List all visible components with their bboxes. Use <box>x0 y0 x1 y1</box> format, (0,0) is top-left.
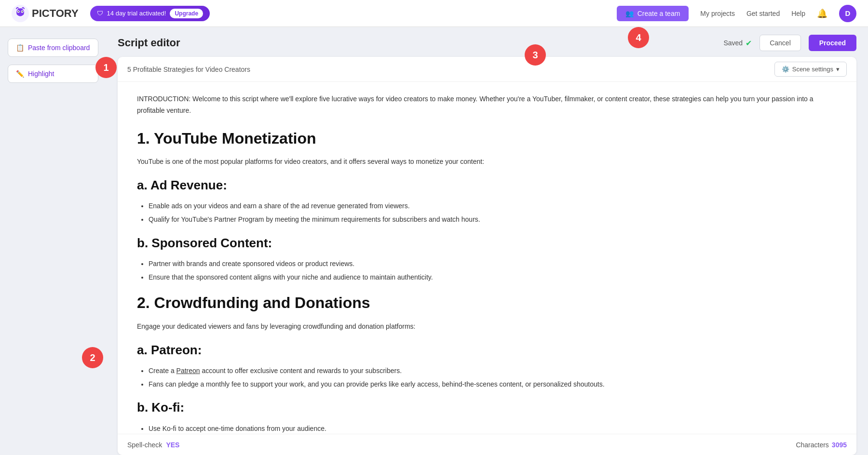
cancel-button[interactable]: Cancel <box>760 35 801 51</box>
sidebar: 📋 Paste from clipboard ✏️ Highlight <box>0 27 106 455</box>
list-item: Enable ads on your videos and earn a sha… <box>149 201 837 212</box>
bullet-list-ad-revenue: Enable ads on your videos and earn a sha… <box>149 201 837 226</box>
svg-point-5 <box>22 11 23 12</box>
list-item: Qualify for YouTube's Partner Program by… <box>149 214 837 226</box>
team-icon: 👥 <box>625 10 634 17</box>
proceed-button[interactable]: Proceed <box>809 35 856 51</box>
trial-text: 14 day trial activated! <box>107 10 166 17</box>
bullet-list-sponsored: Partner with brands and create sponsored… <box>149 258 837 283</box>
intro-paragraph: INTRODUCTION: Welcome to this script whe… <box>137 94 837 117</box>
check-circle-icon: ✔ <box>746 39 752 48</box>
spellcheck-label: Spell-check <box>127 441 162 449</box>
list-item: Ensure that the sponsored content aligns… <box>149 272 837 283</box>
para-youtube: YouTube is one of the most popular platf… <box>137 156 837 168</box>
logo-icon <box>12 5 29 22</box>
list-item: Create a Patreon account to offer exclus… <box>149 365 837 377</box>
subheader-right: Saved ✔ Cancel Proceed <box>723 35 856 51</box>
heading-sponsored-content: b. Sponsored Content: <box>137 232 837 254</box>
characters-label: Characters <box>796 441 828 449</box>
highlight-icon: ✏️ <box>16 70 24 78</box>
patreon-link: Patreon <box>176 367 200 375</box>
chevron-down-icon: ▾ <box>836 66 840 73</box>
character-count-area: Characters 3095 <box>796 441 847 449</box>
help-link[interactable]: Help <box>791 10 805 17</box>
upgrade-button[interactable]: Upgrade <box>170 9 203 18</box>
editor-footer: Spell-check YES Characters 3095 <box>118 434 856 455</box>
avatar[interactable]: D <box>839 5 856 22</box>
bullet-list-patreon: Create a Patreon account to offer exclus… <box>149 365 837 390</box>
clipboard-icon: 📋 <box>16 44 24 52</box>
saved-label: Saved <box>723 39 743 47</box>
my-projects-link[interactable]: My projects <box>700 10 735 17</box>
page-title: Script editor <box>118 37 180 49</box>
list-item: Partner with brands and create sponsored… <box>149 258 837 270</box>
scene-settings-button[interactable]: ⚙️ Scene settings ▾ <box>774 62 847 77</box>
gear-icon: ⚙️ <box>782 66 789 73</box>
paste-from-clipboard-button[interactable]: 📋 Paste from clipboard <box>8 39 98 57</box>
saved-status: Saved ✔ <box>723 39 752 48</box>
heading-ad-revenue: a. Ad Revenue: <box>137 174 837 196</box>
svg-point-4 <box>18 11 19 12</box>
bullet-list-kofi: Use Ko-fi to accept one-time donations f… <box>149 423 837 434</box>
get-started-link[interactable]: Get started <box>746 10 780 17</box>
header-right: 👥 Create a team My projects Get started … <box>617 5 856 22</box>
para-crowdfunding: Engage your dedicated viewers and fans b… <box>137 321 837 333</box>
spellcheck-area: Spell-check YES <box>127 441 179 449</box>
spellcheck-toggle[interactable]: YES <box>166 441 179 449</box>
editor-body[interactable]: INTRODUCTION: Welcome to this script whe… <box>118 82 856 434</box>
logo-text: PICTORY <box>32 7 79 20</box>
main-layout: 📋 Paste from clipboard ✏️ Highlight Scri… <box>0 27 868 455</box>
header: PICTORY 🛡 14 day trial activated! Upgrad… <box>0 0 868 27</box>
heading-crowdfunding: 2. Crowdfunding and Donations <box>137 290 837 316</box>
heading-kofi: b. Ko-fi: <box>137 397 837 418</box>
content-area: Script editor Saved ✔ Cancel Proceed 5 P… <box>106 27 868 455</box>
notification-bell-icon[interactable]: 🔔 <box>817 8 827 19</box>
trial-icon: 🛡 <box>97 10 103 17</box>
create-team-button[interactable]: 👥 Create a team <box>617 6 689 21</box>
characters-value: 3095 <box>832 441 847 449</box>
script-doc-title: 5 Profitable Strategies for Video Creato… <box>127 66 250 73</box>
list-item: Use Ko-fi to accept one-time donations f… <box>149 423 837 434</box>
list-item: Fans can pledge a monthly fee to support… <box>149 379 837 390</box>
editor-topbar: 5 Profitable Strategies for Video Creato… <box>118 57 856 82</box>
subheader: Script editor Saved ✔ Cancel Proceed <box>118 27 856 57</box>
logo: PICTORY <box>12 5 79 22</box>
trial-badge: 🛡 14 day trial activated! Upgrade <box>90 6 210 21</box>
heading-patreon: a. Patreon: <box>137 339 837 361</box>
script-editor: 5 Profitable Strategies for Video Creato… <box>118 57 856 455</box>
heading-youtube-monetization: 1. YouTube Monetization <box>137 125 837 151</box>
highlight-button[interactable]: ✏️ Highlight <box>8 65 98 83</box>
